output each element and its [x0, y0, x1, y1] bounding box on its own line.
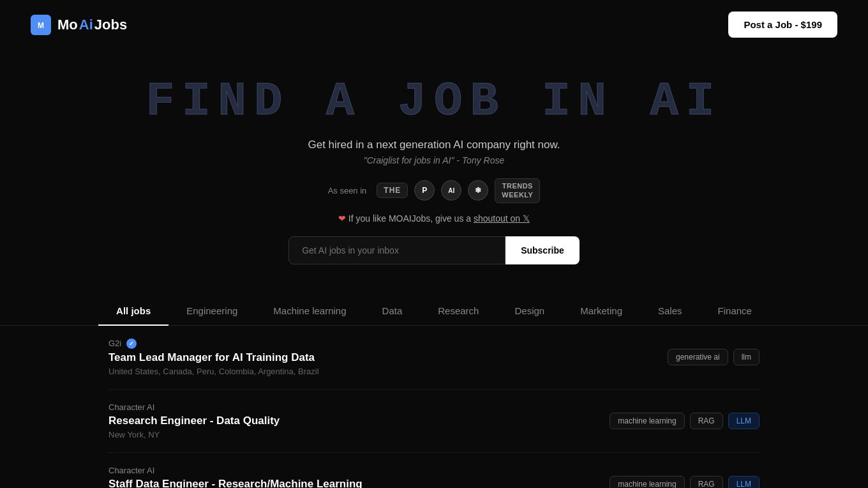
table-row[interactable]: Character AIResearch Engineer - Data Qua… [108, 390, 760, 453]
tab-all-jobs[interactable]: All jobs [98, 296, 168, 325]
category-tabs: All jobsEngineeringMachine learningDataR… [0, 296, 868, 326]
tab-finance[interactable]: Finance [700, 296, 770, 325]
badge-the: THE [377, 183, 408, 198]
hero-quote: "Craiglist for jobs in AI" - Tony Rose [13, 155, 855, 165]
tab-design[interactable]: Design [497, 296, 562, 325]
post-job-button[interactable]: Post a Job - $199 [728, 11, 837, 38]
job-info: G2i✓Team Lead Manager for AI Training Da… [108, 339, 668, 376]
job-tag: generative ai [668, 349, 728, 365]
subscribe-button[interactable]: Subscribe [505, 236, 580, 264]
tab-data[interactable]: Data [364, 296, 421, 325]
tab-machine-learning[interactable]: Machine learning [255, 296, 364, 325]
job-tags: machine learningRAGLLM [610, 476, 760, 488]
badge-trends: TRENDSWEEKLY [495, 178, 540, 203]
badge-ai: AI [441, 180, 461, 201]
badge-p: P [414, 180, 435, 201]
job-tag: llm [733, 349, 760, 365]
job-title: Team Lead Manager for AI Training Data [108, 351, 668, 364]
job-location: United States, Canada, Peru, Colombia, A… [108, 367, 668, 376]
hero-title: FIND A JOB IN AI [13, 75, 855, 128]
job-info: Character AIStaff Data Engineer - Resear… [108, 466, 610, 488]
company-row: Character AI [108, 466, 610, 475]
job-tag: RAG [690, 413, 723, 429]
table-row[interactable]: Character AIStaff Data Engineer - Resear… [108, 453, 760, 488]
hero-section: FIND A JOB IN AI Get hired in a next gen… [0, 49, 868, 296]
seen-in-label: As seen in [328, 186, 367, 195]
email-input[interactable] [288, 236, 505, 264]
verified-icon: ✓ [126, 339, 137, 349]
company-name: Character AI [108, 402, 154, 412]
tab-engineering[interactable]: Engineering [168, 296, 255, 325]
job-title: Research Engineer - Data Quality [108, 415, 610, 427]
company-name: Character AI [108, 466, 154, 475]
job-tag: machine learning [610, 413, 684, 429]
shoutout-link[interactable]: shoutout on 𝕏 [474, 213, 530, 224]
company-row: G2i✓ [108, 339, 668, 349]
company-row: Character AI [108, 402, 610, 412]
job-tag: RAG [690, 476, 723, 488]
table-row[interactable]: G2i✓Team Lead Manager for AI Training Da… [108, 326, 760, 390]
seen-in-row: As seen in THE P AI ❄ TRENDSWEEKLY [13, 178, 855, 203]
shoutout-text: ❤ If you like MOAIJobs, give us a shouto… [13, 213, 855, 224]
job-tags: generative aillm [668, 349, 760, 365]
job-tag: LLM [728, 476, 760, 488]
job-location: New York, NY [108, 430, 610, 439]
company-name: G2i [108, 339, 121, 348]
heart-icon: ❤ [338, 213, 346, 224]
job-tag: LLM [728, 413, 760, 429]
badge-snowflake: ❄ [468, 180, 488, 201]
svg-text:M: M [38, 21, 44, 30]
tab-research[interactable]: Research [420, 296, 497, 325]
hero-subtitle: Get hired in a next generation AI compan… [13, 139, 855, 151]
job-info: Character AIResearch Engineer - Data Qua… [108, 402, 610, 439]
logo-icon: M [31, 15, 51, 35]
email-form: Subscribe [13, 236, 855, 264]
job-title: Staff Data Engineer - Research/Machine L… [108, 478, 610, 488]
logo-ai-text: Ai [79, 17, 93, 33]
seen-in-badges: THE P AI ❄ TRENDSWEEKLY [377, 178, 540, 203]
logo-mo-text: Mo [57, 17, 78, 33]
tab-marketing[interactable]: Marketing [562, 296, 640, 325]
tab-sales[interactable]: Sales [640, 296, 700, 325]
header: M MoAiJobs Post a Job - $199 [0, 0, 868, 49]
job-list: G2i✓Team Lead Manager for AI Training Da… [83, 326, 785, 488]
logo[interactable]: M MoAiJobs [31, 15, 127, 35]
job-tags: machine learningRAGLLM [610, 413, 760, 429]
job-tag: machine learning [610, 476, 684, 488]
logo-jobs-text: Jobs [94, 17, 127, 33]
